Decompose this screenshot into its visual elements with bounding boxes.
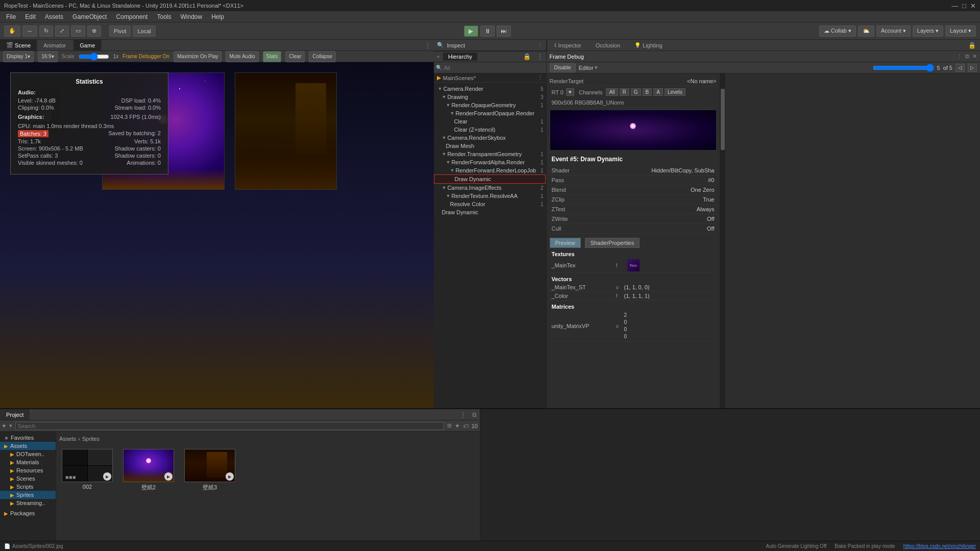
tree-scenes[interactable]: ▶ Scenes [0, 474, 56, 483]
scene-more-btn[interactable]: ⋮ [422, 42, 434, 49]
tree-resources[interactable]: ▶ Resources [0, 466, 56, 474]
hier-draw-mesh[interactable]: Draw Mesh [434, 142, 546, 150]
rect-tool[interactable]: ▭ [71, 26, 85, 37]
fd-next-btn[interactable]: ▷ [968, 64, 977, 72]
frame-step-slider[interactable] [873, 65, 934, 71]
local-btn[interactable]: Local [133, 26, 155, 37]
hierarchy-search-input[interactable] [442, 65, 544, 71]
step-btn[interactable]: ⏭ [497, 26, 511, 37]
move-tool[interactable]: ↔ [22, 26, 37, 37]
tab-occlusion[interactable]: Occlusion [589, 40, 627, 51]
stats-btn[interactable]: Stats [263, 51, 282, 62]
maximize-on-play-btn[interactable]: Maximize On Play [174, 51, 222, 62]
project-search-input[interactable] [15, 422, 444, 430]
disable-btn[interactable]: Disable [550, 63, 576, 72]
tree-materials[interactable]: ▶ Materials [0, 458, 56, 466]
collab-btn[interactable]: ☁ Collab ▾ [819, 26, 856, 37]
hier-resolve-color[interactable]: Resolve Color 1 [434, 200, 546, 208]
levels-btn[interactable]: Levels [665, 88, 685, 96]
hand-tool[interactable]: ✋ [4, 26, 20, 37]
assets-breadcrumb[interactable]: Assets [59, 436, 76, 442]
hier-clear-z[interactable]: Clear (Z+stencil) 1 [434, 126, 546, 134]
mute-audio-btn[interactable]: Mute Audio [226, 51, 258, 62]
close-btn[interactable]: ✕ [970, 2, 976, 10]
tab-inspector[interactable]: ℹ Inspector [547, 40, 589, 51]
project-filter-icon[interactable]: ⊞ [447, 422, 452, 429]
layers-btn[interactable]: Layers ▾ [913, 26, 943, 37]
clear-game-btn[interactable]: Clear [285, 51, 305, 62]
sprites-breadcrumb[interactable]: Sprites [82, 436, 100, 442]
auto-gen-label[interactable]: Auto Generate Lighting Off [766, 543, 826, 549]
hier-forward-alpha[interactable]: ▼ RenderForwardAlpha.Render 1 [434, 158, 546, 166]
tab-scene[interactable]: 🎬 Scene [0, 40, 37, 51]
account-btn[interactable]: Account ▾ [876, 26, 911, 37]
maximize-btn[interactable]: □ [962, 2, 966, 10]
rt-dropdown[interactable]: ▾ [566, 88, 574, 96]
project-star-btn[interactable]: ★ [455, 422, 460, 429]
frame-debugger-label[interactable]: Frame Debugger On [122, 54, 169, 59]
layout-btn[interactable]: Layout ▾ [945, 26, 976, 37]
hier-image-effects[interactable]: ▼ Camera.ImageEffects 2 [434, 184, 546, 192]
tree-streaming[interactable]: ▶ Streaming.. [0, 499, 56, 507]
scale-tool[interactable]: ⤢ [55, 26, 69, 37]
project-add-btn[interactable]: + [2, 422, 6, 430]
display-selector[interactable]: Display 1 ▾ [3, 51, 34, 62]
hier-transparent[interactable]: ▼ Render.TransparentGeometry 1 [434, 150, 546, 158]
inspect-more-btn[interactable]: ⋮ [537, 42, 543, 48]
hier-drawing[interactable]: ▼ Drawing 3 [434, 93, 546, 101]
hier-renderloop[interactable]: ▼ RenderForward.RenderLoopJob 1 [434, 166, 546, 174]
ratio-selector[interactable]: 16:9 ▾ [38, 51, 57, 62]
menu-file[interactable]: File [2, 12, 20, 21]
minimize-btn[interactable]: — [951, 2, 958, 10]
project-more-btn[interactable]: ⋮ [457, 411, 469, 418]
menu-tools[interactable]: Tools [153, 12, 175, 21]
menu-edit[interactable]: Edit [21, 12, 40, 21]
pause-btn[interactable]: ⏸ [480, 26, 495, 37]
project-dropdown-btn[interactable]: ▾ [9, 422, 12, 429]
bake-label[interactable]: Bake Packed in play mode [835, 543, 895, 549]
hier-render-opaque[interactable]: ▼ Render.OpaqueGeometry 1 [434, 101, 546, 109]
preview-btn[interactable]: Preview [550, 238, 581, 248]
hierarchy-lock-btn[interactable]: 🔒 [520, 53, 534, 60]
tree-dotween[interactable]: ▶ DOTween.. [0, 450, 56, 458]
play-btn[interactable]: ▶ [464, 26, 478, 37]
insp-scrollbar[interactable] [720, 73, 725, 408]
tree-favorites[interactable]: ★ Favorites [0, 434, 56, 442]
file-item-wallpaper2[interactable]: ▶ 壁紙2 [120, 449, 177, 538]
rotate-tool[interactable]: ↻ [39, 26, 53, 37]
tab-animator[interactable]: Animator [37, 40, 72, 51]
shader-props-btn[interactable]: ShaderProperties [585, 238, 640, 248]
collapse-btn[interactable]: Collapse [309, 51, 336, 62]
tree-sprites[interactable]: ▶ Sprites [0, 491, 56, 499]
file-item-wallpaper3[interactable]: ▶ 壁紙3 [182, 449, 238, 538]
hier-draw-dynamic-2[interactable]: Draw Dynamic [434, 208, 546, 216]
fd-dots-btn[interactable]: ⋮ [957, 53, 962, 60]
transform-tool[interactable]: ⊕ [87, 26, 101, 37]
fd-prev-btn[interactable]: ◁ [955, 64, 965, 72]
inspector-lock-btn[interactable]: 🔒 [968, 42, 980, 49]
menu-help[interactable]: Help [207, 12, 228, 21]
hier-draw-dynamic-selected[interactable]: Draw Dynamic [434, 174, 546, 184]
menu-gameobject[interactable]: GameObject [68, 12, 111, 21]
inspect-label[interactable]: Inspect [447, 42, 465, 48]
scale-slider[interactable] [79, 54, 109, 60]
hier-resolve-aa[interactable]: ▼ RenderTexture.ResolveAA 1 [434, 192, 546, 200]
project-tag-btn[interactable]: 🏷 [463, 423, 469, 429]
scene-more-btn[interactable]: ⋮ [537, 74, 543, 81]
pivot-btn[interactable]: Pivot [109, 26, 131, 37]
hier-renderforward[interactable]: ▼ RenderForwardOpaque.Render [434, 109, 546, 117]
ch-all-btn[interactable]: All [606, 88, 618, 96]
hier-camera-skybox[interactable]: ▼ Camera.RenderSkybox [434, 134, 546, 142]
tree-assets[interactable]: ▶ Assets [0, 442, 56, 450]
ch-a-btn[interactable]: A [653, 88, 663, 96]
tree-packages[interactable]: ▶ Packages [0, 509, 56, 517]
tree-scripts[interactable]: ▶ Scripts [0, 483, 56, 491]
tab-project[interactable]: Project [0, 409, 30, 420]
scrollbar-thumb[interactable] [721, 89, 725, 150]
menu-window[interactable]: Window [176, 12, 206, 21]
tab-lighting[interactable]: 💡 Lighting [627, 40, 670, 51]
hierarchy-add-btn[interactable]: + [434, 54, 443, 60]
cloud-btn[interactable]: ⛅ [858, 26, 874, 37]
ch-b-btn[interactable]: B [643, 88, 652, 96]
hierarchy-more-btn[interactable]: ⋮ [534, 53, 546, 60]
